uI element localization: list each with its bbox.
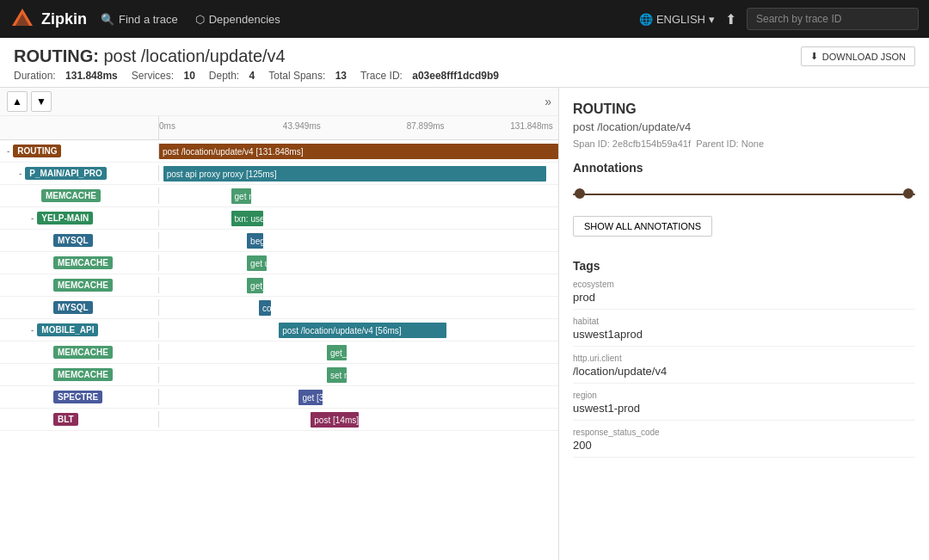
logo-area: Zipkin: [10, 7, 87, 31]
collapse-up-button[interactable]: ▲: [7, 91, 28, 112]
span-bar-label: get_multi my_cache_name_v1 [233µs]: [250, 281, 263, 291]
span-bar-label: get user_details_cache-20150901 [1.068ms…: [250, 259, 267, 268]
service-badge: MYSQL: [53, 234, 93, 247]
trace-row[interactable]: MYSQLbegin [445µs]: [0, 230, 558, 252]
tag-value: prod: [573, 291, 915, 304]
nav-find-trace[interactable]: 🔍 Find a trace: [101, 13, 178, 26]
span-bar[interactable]: commit [374µs]: [259, 300, 271, 316]
tag-key: habitat: [573, 317, 915, 326]
trace-row[interactable]: MEMCACHEget_multi my_cache_name_v1 [233µ…: [0, 274, 558, 297]
trace-row[interactable]: SPECTREget [3ms]: [0, 386, 558, 409]
trace-row[interactable]: -P_MAIN/API_PROpost api proxy proxy [125…: [0, 163, 558, 185]
span-bar[interactable]: post /location/update/v4 [56ms]: [279, 323, 446, 338]
span-bar-cell: txn: user_get_basic_and_scout_info [3.88…: [159, 207, 558, 229]
detail-service-name: ROUTING: [573, 102, 915, 117]
span-bar[interactable]: get [3ms]: [298, 390, 323, 405]
span-toggle-button[interactable]: -: [5, 147, 11, 156]
span-bar-label: post /location/update/v4 [131.848ms]: [163, 147, 303, 157]
trace-row[interactable]: MEMCACHEset mobile_api_nonce [1.026ms]: [0, 364, 558, 386]
span-bar[interactable]: post api proxy proxy [125ms]: [163, 166, 546, 182]
zipkin-logo-icon: [10, 7, 34, 31]
service-cell: MEMCACHE: [0, 188, 159, 204]
trace-row[interactable]: MEMCACHEget my_cache_name_v2 [993µs]: [0, 185, 558, 207]
service-badge: MEMCACHE: [41, 189, 101, 202]
span-bar[interactable]: txn: user_get_basic_and_scout_info [3.88…: [231, 211, 263, 226]
span-bar-label: begin [445µs]: [250, 237, 263, 246]
trace-row[interactable]: BLTpost [14ms]: [0, 409, 558, 431]
trace-row[interactable]: -ROUTINGpost /location/update/v4 [131.84…: [0, 140, 558, 163]
span-toggle-button[interactable]: -: [29, 214, 35, 223]
service-badge: BLT: [53, 413, 78, 426]
span-bar[interactable]: post /location/update/v4 [131.848ms]: [159, 144, 558, 159]
service-badge: MOBILE_API: [37, 323, 98, 336]
service-badge: MEMCACHE: [53, 279, 113, 292]
service-badge: MEMCACHE: [53, 256, 113, 269]
service-badge: ROUTING: [13, 145, 61, 157]
span-bar[interactable]: post [14ms]: [311, 412, 359, 428]
nav-dependencies[interactable]: ⬡ Dependencies: [195, 13, 280, 26]
tick-132ms: 131.848ms: [510, 121, 552, 131]
span-bar[interactable]: get my_cache_name_v2 [993µs]: [231, 188, 251, 204]
span-bar-cell: begin [445µs]: [159, 230, 558, 251]
span-bar-cell: set mobile_api_nonce [1.026ms]: [159, 364, 558, 385]
tag-value: uswest1-prod: [573, 402, 915, 415]
service-badge: P_MAIN/API_PRO: [25, 167, 106, 180]
upload-icon[interactable]: ⬆: [725, 11, 736, 28]
tag-value: 200: [573, 439, 915, 452]
span-bar-cell: post /location/update/v4 [56ms]: [159, 319, 558, 341]
trace-row[interactable]: MYSQLcommit [374µs]: [0, 297, 558, 319]
share-icon: ⬡: [195, 13, 205, 26]
span-bar-cell: get my_cache_name_v2 [993µs]: [159, 185, 558, 206]
span-bar[interactable]: get_multi mobile_api_nonce [1.066ms]: [327, 345, 347, 360]
language-selector[interactable]: 🌐 ENGLISH ▾: [639, 13, 715, 26]
trace-row[interactable]: MEMCACHEget_multi mobile_api_nonce [1.06…: [0, 342, 558, 364]
span-bar-cell: post [14ms]: [159, 409, 558, 430]
span-bar-cell: get [3ms]: [159, 386, 558, 408]
tags-section: ecosystemprodhabitatuswest1aprodhttp.uri…: [573, 280, 915, 458]
download-json-button[interactable]: ⬇ DOWNLOAD JSON: [801, 46, 915, 66]
span-bar[interactable]: set mobile_api_nonce [1.026ms]: [327, 367, 347, 383]
trace-row[interactable]: -YELP-MAINtxn: user_get_basic_and_scout_…: [0, 207, 558, 230]
span-toggle-button[interactable]: -: [17, 169, 23, 178]
tag-item: response_status_code200: [573, 428, 915, 458]
tag-item: regionuswest1-prod: [573, 391, 915, 421]
trace-id-search-input[interactable]: [747, 8, 919, 30]
span-bar-cell: get_multi mobile_api_nonce [1.066ms]: [159, 342, 558, 363]
span-rows: -ROUTINGpost /location/update/v4 [131.84…: [0, 140, 558, 431]
tag-value: /location/update/v4: [573, 365, 915, 378]
trace-row[interactable]: -MOBILE_APIpost /location/update/v4 [56m…: [0, 319, 558, 342]
translate-icon: 🌐: [639, 13, 653, 26]
service-cell: MEMCACHE: [0, 277, 159, 293]
span-bar[interactable]: get user_details_cache-20150901 [1.068ms…: [247, 255, 267, 271]
span-bar-label: post api proxy proxy [125ms]: [167, 169, 277, 179]
span-bar-label: commit [374µs]: [262, 304, 271, 313]
service-cell: -YELP-MAIN: [0, 210, 159, 226]
tick-0ms: 0ms: [159, 121, 175, 131]
span-bar[interactable]: begin [445µs]: [247, 233, 263, 249]
span-bar-label: get [3ms]: [302, 393, 323, 403]
service-cell: -ROUTING: [0, 143, 159, 159]
span-bar-cell: get_multi my_cache_name_v1 [233µs]: [159, 274, 558, 296]
tag-key: ecosystem: [573, 280, 915, 289]
span-bar-label: get_multi mobile_api_nonce [1.066ms]: [330, 348, 347, 358]
span-toggle-button[interactable]: -: [29, 326, 35, 335]
download-icon: ⬇: [810, 51, 818, 62]
service-cell: MYSQL: [0, 299, 159, 316]
span-bar-label: txn: user_get_basic_and_scout_info [3.88…: [235, 214, 263, 224]
collapse-down-button[interactable]: ▼: [31, 91, 52, 112]
trace-row[interactable]: MEMCACHEget user_details_cache-20150901 …: [0, 252, 558, 274]
detail-ids: Span ID: 2e8cfb154b59a41f Parent ID: Non…: [573, 138, 915, 149]
annotation-dot-end[interactable]: [903, 188, 914, 199]
service-cell: MEMCACHE: [0, 366, 159, 383]
expand-icon[interactable]: »: [544, 95, 551, 108]
tag-value: uswest1aprod: [573, 328, 915, 341]
main-nav: 🔍 Find a trace ⬡ Dependencies: [101, 13, 625, 26]
annotation-dot-start[interactable]: [575, 188, 585, 199]
span-bar-cell: post api proxy proxy [125ms]: [159, 163, 558, 184]
service-cell: MEMCACHE: [0, 344, 159, 360]
service-cell: MEMCACHE: [0, 255, 159, 271]
span-bar-label: post [14ms]: [314, 415, 359, 425]
annotation-timeline: [573, 182, 915, 207]
show-all-annotations-button[interactable]: SHOW ALL ANNOTATIONS: [573, 216, 712, 237]
span-bar[interactable]: get_multi my_cache_name_v1 [233µs]: [247, 278, 263, 293]
